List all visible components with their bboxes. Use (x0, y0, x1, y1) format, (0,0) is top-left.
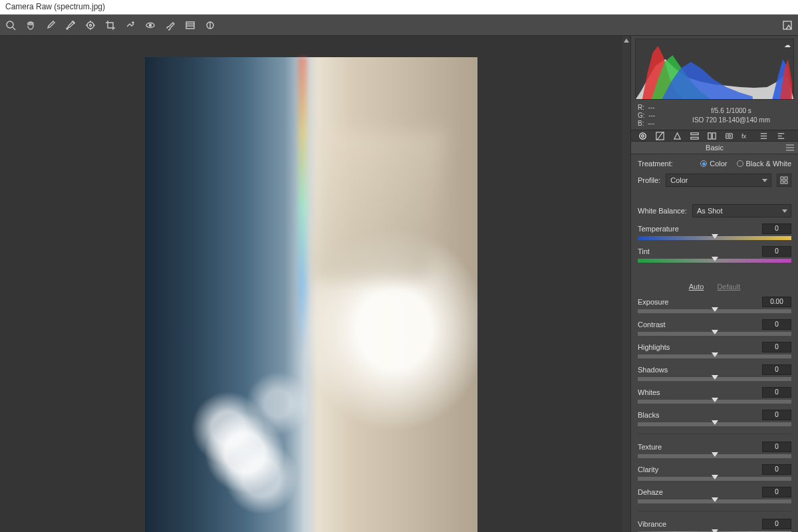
eyedropper-icon[interactable] (44, 19, 57, 32)
svg-point-25 (641, 134, 644, 137)
contrast-value[interactable]: 0 (762, 319, 791, 330)
dehaze-value[interactable]: 0 (762, 487, 791, 497)
profile-browser-button[interactable] (777, 174, 791, 187)
svg-point-4 (90, 24, 92, 26)
texture-slider[interactable]: Texture0 (638, 442, 791, 458)
tint-value[interactable]: 0 (762, 246, 791, 257)
redeye-icon[interactable] (144, 19, 157, 32)
profile-select[interactable]: Color (666, 174, 771, 187)
rotate-icon[interactable] (203, 19, 217, 32)
wb-select[interactable]: As Shot (692, 204, 791, 217)
svg-text:fx: fx (741, 133, 747, 140)
svg-point-3 (87, 22, 94, 29)
wb-label: White Balance: (638, 207, 687, 215)
blacks-value[interactable]: 0 (762, 410, 791, 420)
tab-hsl-icon[interactable] (688, 130, 700, 141)
texture-value[interactable]: 0 (762, 442, 791, 452)
exposure-value[interactable]: 0.00 (762, 297, 791, 307)
svg-rect-27 (690, 132, 698, 134)
dehaze-slider[interactable]: Dehaze0 (638, 487, 791, 503)
svg-line-1 (13, 27, 15, 30)
target-adjust-icon[interactable] (84, 19, 97, 32)
svg-point-32 (728, 134, 730, 137)
vibrance-value[interactable]: 0 (762, 519, 791, 529)
treatment-row: Treatment: Color Black & White (638, 160, 791, 168)
shadows-value[interactable]: 0 (762, 364, 791, 375)
auto-link[interactable]: Auto (689, 283, 704, 291)
zoom-icon[interactable] (4, 19, 17, 32)
brush-icon[interactable] (164, 19, 177, 32)
histogram[interactable]: ☁ (635, 39, 794, 100)
exif-readout: f/5.6 1/1000 s ISO 720 18-140@140 mm (671, 106, 791, 125)
top-toolbar (0, 15, 798, 36)
presets-icon[interactable] (781, 19, 794, 32)
auto-default-links: Auto Default (638, 283, 791, 291)
svg-point-11 (150, 24, 152, 26)
svg-rect-45 (781, 181, 783, 184)
scroll-strip[interactable] (622, 36, 630, 532)
shadow-clip-icon[interactable] (624, 39, 629, 43)
svg-rect-12 (186, 22, 194, 29)
highlight-clip-icon[interactable]: ☁ (784, 41, 791, 49)
treatment-label: Treatment: (638, 160, 673, 168)
wb-row: White Balance: As Shot (638, 204, 791, 217)
tab-fx-icon[interactable]: fx (740, 130, 752, 141)
svg-rect-44 (785, 177, 787, 180)
window-title: Camera Raw (spectrum.jpg) (5, 2, 105, 11)
treatment-bw-radio[interactable] (737, 160, 743, 167)
hand-icon[interactable] (24, 19, 37, 32)
window-titlebar: Camera Raw (spectrum.jpg) (0, 0, 798, 15)
default-link[interactable]: Default (717, 283, 740, 291)
highlights-slider[interactable]: Highlights0 (638, 342, 791, 358)
basic-panel-header: Basic (631, 142, 798, 154)
svg-rect-46 (785, 181, 787, 184)
clarity-slider[interactable]: Clarity0 (638, 464, 791, 481)
svg-rect-31 (726, 133, 732, 138)
svg-rect-28 (690, 137, 698, 139)
highlights-value[interactable]: 0 (762, 342, 791, 352)
panel-tabs: fx (631, 130, 798, 142)
image-canvas[interactable] (0, 36, 622, 532)
contrast-slider[interactable]: Contrast0 (638, 319, 791, 336)
temperature-slider[interactable]: Temperature0 (638, 223, 791, 240)
heal-icon[interactable] (124, 19, 137, 32)
exposure-slider[interactable]: Exposure0.00 (638, 297, 791, 313)
tab-calibrate-icon[interactable] (757, 130, 769, 141)
svg-point-9 (132, 22, 134, 23)
tab-split-icon[interactable] (706, 130, 718, 141)
profile-row: Profile: Color (638, 174, 791, 187)
pixel-readout: R: --- G: --- B: --- f/5.6 1/1000 s ISO … (631, 100, 798, 130)
flyout-menu-icon[interactable] (786, 144, 794, 151)
shadows-slider[interactable]: Shadows0 (638, 364, 791, 381)
image-preview (145, 57, 477, 532)
vibrance-slider[interactable]: Vibrance0 (638, 519, 791, 532)
blacks-slider[interactable]: Blacks0 (638, 410, 791, 426)
treatment-color-radio[interactable] (700, 160, 707, 167)
whites-slider[interactable]: Whites0 (638, 387, 791, 404)
profile-label: Profile: (638, 176, 660, 184)
tab-basic-icon[interactable] (636, 130, 648, 141)
tab-detail-icon[interactable] (671, 130, 683, 141)
tab-curve-icon[interactable] (654, 130, 666, 141)
svg-rect-29 (708, 132, 711, 138)
temperature-value[interactable]: 0 (762, 223, 791, 234)
right-panel: ☁ R: --- G: --- B: --- f/5.6 1/1000 s IS… (630, 36, 798, 532)
sampler-icon[interactable] (64, 19, 77, 32)
svg-rect-43 (781, 177, 783, 180)
svg-point-24 (639, 132, 645, 138)
clarity-value[interactable]: 0 (762, 464, 791, 475)
whites-value[interactable]: 0 (762, 387, 791, 398)
svg-point-0 (7, 21, 13, 28)
tab-presets-icon[interactable] (775, 130, 787, 141)
tab-lens-icon[interactable] (723, 130, 735, 141)
tint-slider[interactable]: Tint0 (638, 246, 791, 263)
crop-icon[interactable] (104, 19, 117, 32)
graduated-icon[interactable] (184, 19, 197, 32)
svg-rect-30 (712, 132, 716, 138)
